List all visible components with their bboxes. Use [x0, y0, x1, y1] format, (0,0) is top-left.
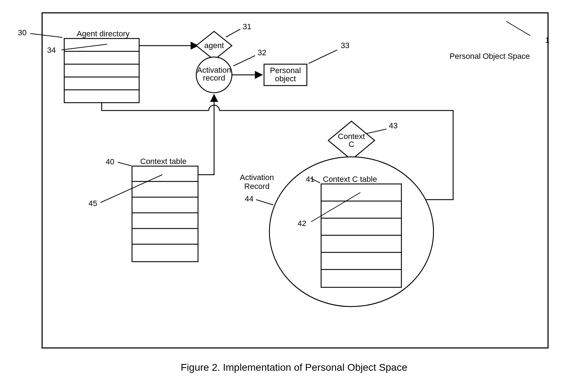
context-table-title: Context table: [140, 157, 187, 166]
agent-directory: Agent directory: [64, 29, 139, 103]
activation-record-l2: record: [203, 73, 225, 82]
ref-1-leader: [506, 21, 530, 36]
activation-record-big-l2: Record: [244, 182, 270, 191]
ref-33: 33: [341, 41, 349, 50]
ref-44-leader: [256, 200, 273, 205]
ref-41: 41: [306, 175, 314, 184]
ref-43: 43: [389, 121, 397, 130]
ref-30-leader: [30, 34, 62, 37]
ref-1: 1: [545, 36, 549, 45]
ref-44: 44: [245, 194, 253, 203]
ref-34-leader: [61, 44, 107, 50]
context-c-table-title: Context C table: [323, 175, 377, 184]
context-table: Context table: [132, 157, 198, 262]
ref-32: 32: [258, 48, 266, 57]
activation-record-big-l1: Activation: [240, 173, 274, 182]
context-c-l2: C: [349, 140, 354, 149]
ref-40-leader: [118, 162, 131, 166]
personal-object-box: Personal object: [264, 64, 307, 86]
ref-31: 31: [243, 22, 251, 31]
agent-directory-title: Agent directory: [77, 29, 130, 38]
ref-31-leader: [226, 29, 240, 37]
ref-34: 34: [47, 46, 56, 55]
personal-object-l2: object: [275, 74, 296, 83]
ref-43-leader: [366, 129, 386, 134]
activation-record-circle: Activation record: [196, 57, 232, 93]
svg-rect-15: [132, 166, 198, 262]
figure-caption: Figure 2. Implementation of Personal Obj…: [181, 362, 407, 373]
arrow-ctxtable-to-actrec: [198, 94, 214, 175]
space-label: Personal Object Space: [450, 52, 530, 61]
ref-30: 30: [18, 28, 26, 37]
personal-object-l1: Personal: [270, 66, 301, 75]
agent-diamond-label: agent: [204, 41, 224, 50]
ref-40: 40: [106, 157, 114, 166]
ref-45: 45: [88, 199, 97, 208]
agent-diamond: agent: [196, 31, 232, 60]
ref-33-leader: [309, 50, 337, 63]
ref-42: 42: [298, 219, 306, 228]
context-c-diamond: Context C: [328, 121, 375, 160]
ref-45-leader: [101, 175, 162, 202]
ref-32-leader: [233, 56, 255, 66]
diagram-canvas: 1 Personal Object Space Agent directory …: [0, 0, 588, 390]
